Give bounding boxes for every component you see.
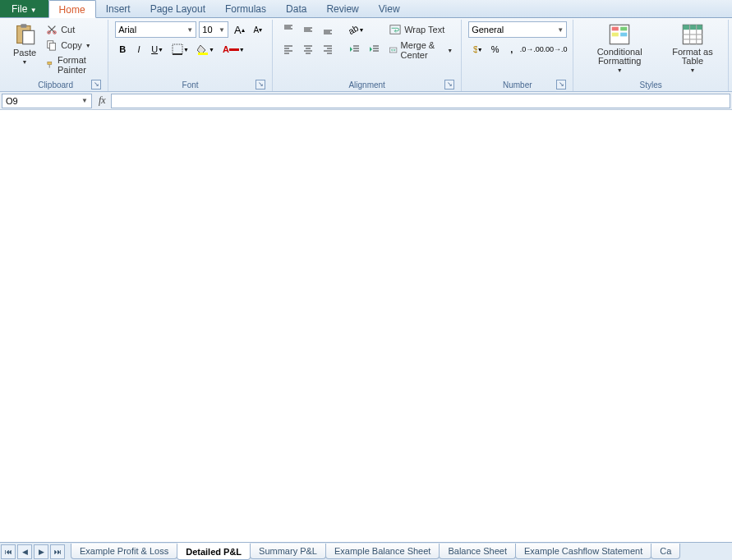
font-color-button[interactable]: A▼ (219, 41, 248, 57)
comma-button[interactable]: , (504, 41, 519, 57)
sheet-tab[interactable]: Ca (651, 544, 680, 559)
italic-button[interactable]: I (131, 41, 146, 57)
table-label: Format as Table (667, 48, 718, 66)
sheet-nav-last[interactable]: ⏭ (50, 544, 65, 559)
merge-icon (389, 44, 397, 56)
cond-format-label: Conditional Formatting (583, 48, 655, 66)
scissors-icon (46, 24, 58, 35)
font-size-select[interactable]: 10▼ (199, 21, 228, 38)
copy-icon (46, 39, 58, 51)
underline-button[interactable]: U▼ (148, 41, 167, 57)
wrap-text-button[interactable]: Wrap Text (388, 23, 454, 36)
sheet-tab[interactable]: Balance Sheet (439, 544, 516, 559)
align-center-button[interactable] (299, 41, 317, 57)
decrease-decimal-button[interactable]: .00→.0 (545, 41, 567, 57)
paste-button[interactable]: Paste ▼ (10, 21, 39, 67)
tab-page-layout[interactable]: Page Layout (140, 0, 215, 17)
bold-button[interactable]: B (115, 41, 130, 57)
name-box[interactable]: O9▼ (2, 94, 92, 108)
clipboard-launcher[interactable]: ↘ (91, 80, 101, 90)
border-button[interactable]: ▼ (168, 41, 192, 57)
svg-rect-7 (48, 62, 52, 64)
tab-formulas[interactable]: Formulas (215, 0, 276, 17)
outdent-icon (348, 44, 360, 55)
sheet-tab-bar: ⏮ ◀ ▶ ⏭ Example Profit & Loss Detailed P… (0, 542, 732, 560)
number-format-value: General (472, 25, 504, 34)
name-box-value: O9 (6, 96, 18, 106)
font-name-select[interactable]: Arial▼ (115, 21, 196, 38)
tab-view[interactable]: View (369, 0, 410, 17)
copy-label: Copy (61, 40, 82, 50)
svg-rect-8 (49, 64, 50, 67)
cut-button[interactable]: Cut (44, 23, 101, 36)
format-as-table-button[interactable]: Format as Table▼ (664, 21, 721, 75)
align-left-icon (283, 44, 294, 55)
formula-bar: O9▼ fx (0, 92, 732, 110)
svg-rect-48 (683, 25, 702, 30)
svg-rect-9 (173, 44, 182, 54)
group-font: Arial▼ 10▼ A▴ A▾ B I U▼ ▼ ▼ A▼ Font↘ (108, 20, 273, 91)
fx-icon[interactable]: fx (94, 94, 111, 107)
alignment-launcher[interactable]: ↘ (444, 80, 454, 90)
align-middle-button[interactable] (299, 21, 317, 38)
grow-font-button[interactable]: A▴ (231, 21, 248, 38)
file-tab[interactable]: File ▼ (0, 0, 48, 17)
indent-icon (368, 44, 380, 55)
sheet-tab[interactable]: Example Balance Sheet (325, 544, 440, 559)
border-icon (172, 44, 183, 55)
orientation-button[interactable]: ab▼ (345, 21, 367, 38)
sheet-tab[interactable]: Example Profit & Loss (71, 544, 177, 559)
accounting-format-button[interactable]: $▼ (468, 41, 486, 57)
font-group-label: Font↘ (115, 80, 265, 91)
svg-rect-45 (612, 33, 619, 37)
font-launcher[interactable]: ↘ (256, 80, 265, 90)
group-alignment: ab▼ Wrap Text Merge & Center ▼ Alignment… (273, 20, 462, 91)
number-group-label: Number↘ (468, 80, 566, 91)
align-bottom-icon (322, 24, 334, 35)
tab-home[interactable]: Home (48, 0, 96, 18)
tab-insert[interactable]: Insert (96, 0, 140, 17)
align-top-button[interactable] (279, 21, 297, 38)
table-icon (681, 23, 704, 46)
number-format-select[interactable]: General▼ (468, 21, 567, 38)
increase-decimal-button[interactable]: .0→.00 (521, 41, 543, 57)
format-painter-label: Format Painter (58, 55, 99, 75)
shrink-font-button[interactable]: A▾ (251, 21, 266, 38)
align-center-icon (302, 44, 314, 55)
percent-button[interactable]: % (488, 41, 503, 57)
wrap-label: Wrap Text (404, 25, 444, 34)
sheet-tab-active[interactable]: Detailed P&L (177, 543, 251, 560)
group-styles: Conditional Formatting▼ Format as Table▼… (573, 20, 729, 91)
tab-data[interactable]: Data (276, 0, 316, 17)
currency-icon: $ (472, 44, 477, 55)
copy-button[interactable]: Copy ▼ (44, 39, 101, 52)
formula-input[interactable] (111, 94, 730, 108)
alignment-group-label: Alignment↘ (279, 80, 454, 91)
svg-rect-11 (198, 53, 208, 55)
sheet-nav-next[interactable]: ▶ (34, 544, 48, 559)
clipboard-group-label: Clipboard↘ (10, 80, 101, 91)
decrease-indent-button[interactable] (345, 41, 363, 57)
conditional-formatting-button[interactable]: Conditional Formatting▼ (580, 21, 658, 75)
font-name-value: Arial (118, 25, 136, 34)
align-right-button[interactable] (319, 41, 337, 57)
cut-label: Cut (61, 25, 75, 34)
align-left-button[interactable] (279, 41, 297, 57)
increase-indent-button[interactable] (365, 41, 383, 57)
sheet-nav-first[interactable]: ⏮ (1, 544, 16, 559)
group-number: General▼ $▼ % , .0→.00 .00→.0 Number↘ (462, 20, 573, 91)
number-launcher[interactable]: ↘ (556, 80, 566, 90)
merge-center-button[interactable]: Merge & Center ▼ (388, 39, 454, 61)
align-right-icon (322, 44, 334, 55)
fill-color-button[interactable]: ▼ (194, 41, 218, 57)
tab-review[interactable]: Review (316, 0, 368, 17)
brush-icon (46, 59, 54, 71)
sheet-tab[interactable]: Summary P&L (250, 544, 326, 559)
align-bottom-button[interactable] (319, 21, 337, 38)
sheet-tab[interactable]: Example Cashflow Statement (515, 544, 651, 559)
format-painter-button[interactable]: Format Painter (44, 54, 101, 76)
sheet-nav-prev[interactable]: ◀ (17, 544, 32, 559)
spreadsheet-grid[interactable] (0, 110, 732, 542)
svg-rect-46 (620, 33, 627, 37)
paste-label: Paste (13, 48, 36, 57)
